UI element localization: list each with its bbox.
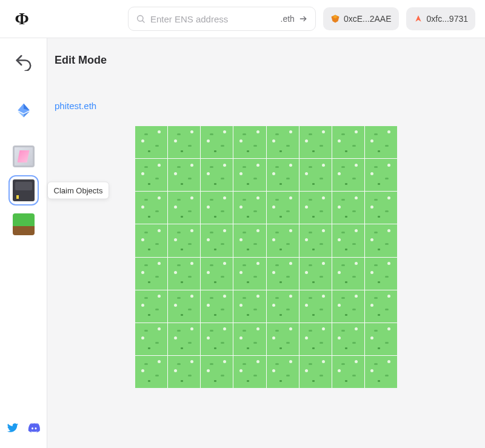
arrow-right-icon[interactable] (298, 15, 308, 23)
logo[interactable]: Φ (10, 9, 34, 28)
wallet-address-primary: 0xcE...2AAE (344, 14, 392, 24)
land-cell[interactable] (332, 323, 364, 355)
land-cell[interactable] (365, 356, 397, 388)
search-input[interactable] (150, 14, 276, 24)
wallet-address-secondary: 0xfc...9731 (427, 14, 469, 24)
search-icon (136, 14, 146, 24)
wallet-chip-primary[interactable]: 0xcE...2AAE (323, 7, 399, 30)
land-cell[interactable] (135, 323, 167, 355)
land-cell[interactable] (299, 258, 332, 290)
land-cell[interactable] (201, 192, 233, 224)
land-grid[interactable] (135, 126, 397, 388)
sidebar-social (7, 421, 41, 437)
land-cell[interactable] (168, 192, 200, 224)
land-cell[interactable] (267, 126, 299, 158)
sidebar-item-pink-card[interactable] (11, 144, 36, 169)
metamask-icon (330, 14, 340, 24)
land-cell[interactable] (135, 126, 167, 158)
land-cell[interactable] (201, 224, 233, 256)
land-cell[interactable] (332, 258, 364, 290)
land-cell[interactable] (135, 224, 167, 256)
wallet-chip-secondary[interactable]: 0xfc...9731 (406, 7, 476, 30)
land-cell[interactable] (201, 126, 233, 158)
sidebar-item-undo[interactable] (11, 49, 36, 75)
land-cell[interactable] (168, 356, 200, 388)
land-cell[interactable] (233, 356, 266, 388)
search-container: .eth (128, 7, 316, 31)
land-cell[interactable] (168, 159, 200, 191)
grass-block-icon (13, 213, 35, 235)
land-cell[interactable] (201, 323, 233, 355)
land-cell[interactable] (168, 224, 200, 256)
land-cell[interactable] (233, 323, 266, 355)
land-cell[interactable] (332, 126, 364, 158)
land-cell[interactable] (267, 258, 299, 290)
land-cell[interactable] (299, 224, 332, 256)
land-cell[interactable] (135, 258, 167, 290)
land-cell[interactable] (233, 192, 266, 224)
land-cell[interactable] (201, 258, 233, 290)
land-cell[interactable] (267, 192, 299, 224)
claim-objects-icon (13, 179, 35, 201)
svg-line-1 (142, 21, 144, 22)
land-cell[interactable] (299, 192, 332, 224)
land-cell[interactable] (267, 159, 299, 191)
land-cell[interactable] (299, 323, 332, 355)
land-cell[interactable] (365, 192, 397, 224)
ens-name-link[interactable]: phitest.eth (55, 101, 96, 111)
land-cell[interactable] (135, 159, 167, 191)
land-cell[interactable] (201, 290, 233, 323)
land-cell[interactable] (332, 224, 364, 256)
sidebar-item-eth[interactable] (11, 98, 36, 123)
twitter-icon[interactable] (7, 422, 19, 436)
land-cell[interactable] (233, 224, 266, 256)
land-cell[interactable] (201, 356, 233, 388)
land-cell[interactable] (233, 258, 266, 290)
pink-card-icon (13, 145, 35, 167)
search-suffix: .eth (281, 14, 308, 24)
tooltip-claim-objects: Claim Objects (47, 182, 110, 199)
sidebar-item-grass-block[interactable] (11, 212, 36, 237)
land-cell[interactable] (233, 290, 266, 323)
land-cell[interactable] (168, 126, 200, 158)
land-cell[interactable] (332, 159, 364, 191)
land-cell[interactable] (201, 159, 233, 191)
land-cell[interactable] (365, 224, 397, 256)
land-cell[interactable] (135, 290, 167, 323)
land-cell[interactable] (365, 323, 397, 355)
land-cell[interactable] (135, 192, 167, 224)
land-cell[interactable] (332, 192, 364, 224)
land-cell[interactable] (267, 224, 299, 256)
land-cell[interactable] (168, 323, 200, 355)
land-cell[interactable] (267, 356, 299, 388)
land-cell[interactable] (135, 356, 167, 388)
land-cell[interactable] (267, 290, 299, 323)
discord-icon[interactable] (27, 421, 41, 437)
land-cell[interactable] (299, 159, 332, 191)
land-cell[interactable] (365, 126, 397, 158)
search-suffix-text: .eth (281, 14, 295, 24)
land-cell[interactable] (365, 290, 397, 323)
land-cell[interactable] (332, 290, 364, 323)
sidebar-item-claim-objects[interactable]: Claim Objects (11, 178, 36, 203)
land-cell[interactable] (332, 356, 364, 388)
land-cell[interactable] (365, 258, 397, 290)
land-cell[interactable] (168, 258, 200, 290)
topbar: Φ .eth 0xcE...2AAE 0xfc...9731 (0, 0, 485, 38)
land-cell[interactable] (365, 159, 397, 191)
undo-icon (15, 53, 33, 71)
sidebar: Claim Objects (0, 38, 47, 448)
ethereum-icon (16, 102, 32, 118)
land-cell[interactable] (299, 356, 332, 388)
page-title: Edit Mode (55, 54, 485, 67)
land-cell[interactable] (233, 126, 266, 158)
land-cell[interactable] (299, 126, 332, 158)
main-panel: Edit Mode phitest.eth (47, 38, 485, 448)
argent-icon (413, 14, 423, 24)
land-cell[interactable] (267, 323, 299, 355)
land-cell[interactable] (168, 290, 200, 323)
land-cell[interactable] (299, 290, 332, 323)
land-cell[interactable] (233, 159, 266, 191)
